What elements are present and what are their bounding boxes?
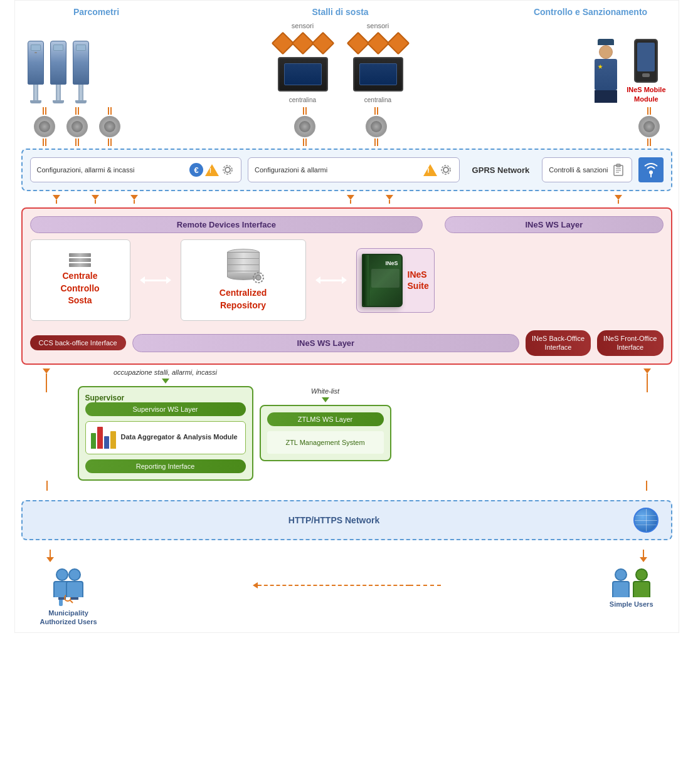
- wifi-antenna-icon: [638, 157, 664, 182]
- blue-config-box: Configurazioni, allarmi & incassi € ! !: [21, 149, 672, 191]
- config-box-stalli: Configurazioni & allarmi ! !: [248, 157, 460, 182]
- ines-ws-layer-top-bar: INeS WS Layer: [445, 216, 663, 233]
- sensors-label-left: sensori: [292, 22, 314, 29]
- arrows-row-1: [21, 195, 672, 207]
- centrale-title: CentraleControlloSosta: [60, 270, 99, 307]
- ines-ws-layer-bottom-bar: INeS WS Layer: [132, 334, 519, 352]
- globe-icon: [633, 508, 659, 533]
- right-arrow-col: [622, 368, 672, 392]
- simple-person-1: [612, 568, 630, 597]
- reporting-bar: Reporting Interface: [85, 459, 246, 473]
- mobile-device-group: INeS MobileModule: [627, 39, 665, 103]
- supervisor-ws-bar: Supervisor WS Layer: [85, 402, 246, 416]
- ines-suite-title: INeSSuite: [408, 269, 429, 291]
- horizontal-arrow-users: [21, 582, 672, 588]
- arrow-centrale-repo: [140, 276, 171, 284]
- arrows-row-2: [21, 481, 672, 491]
- svg-point-11: [256, 275, 261, 280]
- data-aggregator-title: Data Aggregator & Analysis Module: [121, 432, 238, 442]
- simple-person-2: [633, 568, 650, 597]
- clipboard-icon: [611, 163, 625, 177]
- repository-title: CentralizedRepository: [220, 287, 267, 311]
- ccs-interface-bar: CCS back-office Interface: [30, 335, 126, 350]
- config-box-parcometri: Configurazioni, allarmi & incassi € ! !: [30, 157, 242, 182]
- middle-section: occupazione stalli, allarmi, incassi Sup…: [71, 368, 622, 481]
- stalli-group-right: sensori centralina: [350, 22, 406, 103]
- parking-meter-1: [28, 41, 44, 103]
- bottom-users-section: Municipality Authorized Users Simple Use…: [21, 562, 672, 633]
- modem-controllo: [638, 107, 660, 146]
- http-label: HTTP/HTTPS Network: [288, 515, 379, 525]
- occupazione-note: occupazione stalli, allarmi, incassi: [114, 368, 217, 376]
- ines-suite-box: INeS INeSSuite: [356, 248, 435, 313]
- supervisor-box: Supervisor Supervisor WS Layer Data Aggr…: [78, 386, 253, 481]
- parcometri-title: Parcometri: [73, 7, 119, 17]
- warning-icon-2: ! !: [423, 164, 437, 176]
- controllo-devices: INeS MobileModule: [516, 39, 666, 103]
- left-arrow-col: [21, 368, 71, 392]
- stalli-group-left: sensori centralina: [275, 22, 331, 103]
- ztl-mgmt-label: ZTL Management System: [267, 431, 384, 454]
- modem-3: [99, 107, 120, 146]
- modem-stalli-2: [366, 107, 387, 146]
- http-network-bar: HTTP/HTTPS Network: [21, 500, 672, 540]
- ines-frontoffice-bar: INeS Front-OfficeInterface: [597, 330, 663, 356]
- supervisor-title: Supervisor: [85, 394, 125, 402]
- svg-point-0: [225, 167, 230, 172]
- config-text-stalli: Configurazioni & allarmi: [255, 166, 420, 174]
- arrow-repo-ines: [315, 276, 347, 284]
- municipality-person-2: [66, 568, 83, 606]
- centralina-label-left: centralina: [289, 97, 316, 103]
- remote-devices-bar: Remote Devices Interface: [30, 216, 423, 233]
- gear-icon-1: [221, 163, 235, 177]
- ines-backoffice-bar: INeS Back-OfficeInterface: [526, 330, 591, 356]
- modem-stalli-1: [294, 107, 315, 146]
- municipality-label: Municipality Authorized Users: [40, 609, 97, 627]
- config-text-parcometri: Configurazioni, allarmi & incassi: [37, 166, 187, 174]
- repository-box: CentralizedRepository: [181, 239, 306, 321]
- gear-icon-2: [439, 163, 453, 177]
- parking-meter-3: [73, 41, 89, 103]
- parking-meter-2: [50, 41, 66, 103]
- config-box-controllo: Controlli & sanzioni: [542, 157, 632, 182]
- municipality-user-group: Municipality Authorized Users: [40, 568, 97, 627]
- svg-point-2: [443, 167, 448, 172]
- config-text-controllo: Controlli & sanzioni: [549, 166, 608, 174]
- red-main-box: Remote Devices Interface INeS WS Layer C…: [21, 207, 672, 365]
- euro-icon: €: [189, 163, 203, 177]
- simple-users-label: Simple Users: [610, 600, 653, 609]
- sensors-label-right: sensori: [367, 22, 389, 29]
- data-aggregator-box: Data Aggregator & Analysis Module: [85, 421, 246, 454]
- whitelist-note: White-list: [311, 387, 339, 395]
- ines-mobile-label: INeS MobileModule: [627, 85, 665, 103]
- diagram-wrapper: Parcometri Stalli di sosta Controllo e S…: [14, 0, 679, 633]
- stalli-title: Stalli di sosta: [312, 7, 368, 17]
- ztlms-ws-bar: ZTLMS WS Layer: [267, 412, 384, 426]
- modem-2: [66, 107, 88, 146]
- ztl-box: ZTLMS WS Layer ZTL Management System: [260, 405, 391, 461]
- centralina-label-right: centralina: [364, 97, 391, 103]
- modem-1: [34, 107, 55, 146]
- centrale-controllo-box: CentraleControlloSosta: [30, 239, 130, 321]
- gprs-label: GPRS Network: [466, 165, 536, 175]
- arrows-row-3: [21, 550, 672, 562]
- controllo-title: Controllo e Sanzionamento: [534, 7, 647, 17]
- simple-user-group: Simple Users: [610, 568, 653, 609]
- officer-figure: [595, 39, 617, 103]
- warning-icon-1: ! !: [205, 164, 219, 176]
